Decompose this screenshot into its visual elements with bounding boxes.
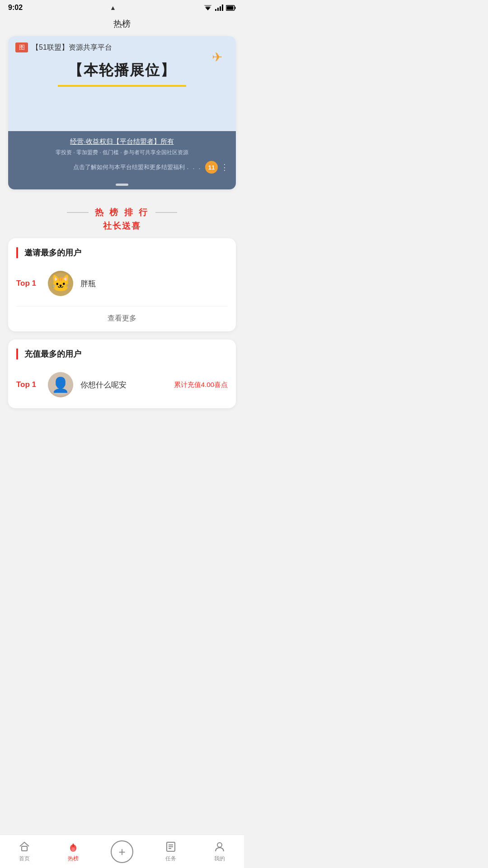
banner-label-row: 图 【51联盟】资源共享平台	[15, 42, 229, 52]
banner-card[interactable]: 图 【51联盟】资源共享平台 ✈ 【本轮播展位】 经营·收益权归【平台结盟者】所…	[8, 36, 236, 189]
invite-view-more-button[interactable]: 查看更多	[16, 306, 228, 327]
recharge-top1-row: Top 1 👤 你想什么呢安 累计充值4.00喜点	[16, 368, 228, 404]
banner-icon: 图	[15, 42, 28, 52]
wifi-icon	[203, 4, 212, 11]
status-time: 9:02	[8, 4, 23, 12]
recharge-top1-extra: 累计充值4.00喜点	[174, 381, 228, 389]
banner-plane-icon: ✈	[212, 50, 222, 65]
svg-rect-7	[235, 7, 235, 9]
banner-dots	[8, 180, 236, 189]
banner-top: 图 【51联盟】资源共享平台 ✈ 【本轮播展位】	[8, 36, 236, 131]
banner-icon-text: 图	[19, 43, 25, 52]
hot-rank-sub: 社长送喜	[0, 220, 244, 232]
invite-top1-row: Top 1 🐱 胖瓶	[16, 267, 228, 302]
banner-footer-row: 点击了解如何与本平台结盟和更多结盟福利．．． 11 ⋮	[15, 161, 229, 174]
battery-icon	[226, 5, 236, 11]
banner-footer-text: 点击了解如何与本平台结盟和更多结盟福利．．．	[73, 163, 202, 171]
banner-main-title: 【本轮播展位】	[15, 61, 229, 80]
banner-subtitle: 经营·收益权归【平台结盟者】所有	[15, 137, 229, 146]
recharge-top1-label: Top 1	[16, 380, 41, 389]
recharge-card: 充值最多的用户 Top 1 👤 你想什么呢安 累计充值4.00喜点	[8, 340, 236, 408]
invite-top1-avatar: 🐱	[48, 271, 73, 296]
svg-rect-3	[217, 8, 219, 11]
page-title: 热榜	[0, 14, 244, 36]
status-icons	[203, 4, 236, 11]
signal-icon	[215, 5, 223, 11]
banner-dot-active	[116, 184, 128, 186]
svg-rect-5	[222, 5, 223, 11]
hot-rank-title: 热 榜 排 行	[0, 207, 244, 218]
banner-platform-text: 【51联盟】资源共享平台	[32, 43, 112, 52]
svg-rect-4	[220, 6, 221, 11]
banner-bottom: 经营·收益权归【平台结盟者】所有 零投资 · 零加盟费 · 低门槛 · 参与者可…	[8, 131, 236, 180]
invite-card: 邀请最多的用户 Top 1 🐱 胖瓶 查看更多	[8, 238, 236, 331]
banner-badge: 11	[205, 161, 218, 174]
hot-rank-section: 热 榜 排 行 社长送喜	[0, 198, 244, 238]
status-logo: ▲	[110, 4, 116, 11]
recharge-top1-name: 你想什么呢安	[80, 380, 127, 390]
banner-more-icon: ⋮	[221, 162, 229, 172]
invite-card-title: 邀请最多的用户	[16, 247, 228, 258]
recharge-card-title: 充值最多的用户	[16, 349, 228, 359]
banner-desc: 零投资 · 零加盟费 · 低门槛 · 参与者可共享全国社区资源	[15, 149, 229, 156]
invite-top1-label: Top 1	[16, 279, 41, 288]
svg-marker-1	[204, 5, 212, 9]
svg-rect-2	[215, 9, 216, 11]
banner-yellow-line	[58, 85, 186, 87]
recharge-top1-avatar: 👤	[48, 372, 73, 397]
svg-rect-8	[226, 6, 233, 9]
invite-top1-name: 胖瓶	[80, 278, 96, 289]
status-bar: 9:02 ▲	[0, 0, 244, 14]
